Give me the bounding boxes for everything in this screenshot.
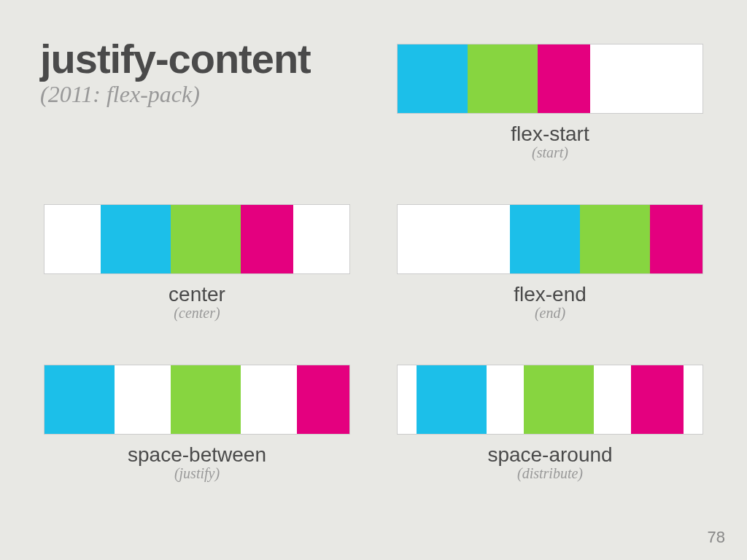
box-green xyxy=(171,365,241,434)
caption-alt: (start) xyxy=(397,144,703,161)
flex-container-around xyxy=(397,365,703,435)
flex-container-end xyxy=(397,204,703,274)
caption-label: center xyxy=(44,283,350,306)
slide: justify-content (2011: flex-pack) flex-s… xyxy=(0,0,747,560)
box-blue xyxy=(417,365,487,434)
box-green xyxy=(468,44,538,113)
caption: flex-start (start) xyxy=(397,122,703,161)
box-blue xyxy=(44,365,115,434)
caption-alt: (distribute) xyxy=(397,465,703,482)
example-flex-end: flex-end (end) xyxy=(397,204,703,322)
page-number: 78 xyxy=(708,528,725,547)
box-green xyxy=(524,365,594,434)
box-magenta xyxy=(631,365,684,434)
caption-label: space-around xyxy=(397,443,703,467)
box-magenta xyxy=(650,205,703,273)
caption: space-between (justify) xyxy=(44,443,350,482)
box-blue xyxy=(101,205,171,273)
box-magenta xyxy=(241,205,293,273)
caption-label: space-between xyxy=(44,443,350,467)
example-flex-start: flex-start (start) xyxy=(397,44,703,161)
caption-alt: (justify) xyxy=(44,465,350,482)
caption-label: flex-end xyxy=(397,283,703,306)
caption: space-around (distribute) xyxy=(397,443,703,482)
caption-alt: (center) xyxy=(44,305,350,322)
flex-container-between xyxy=(44,365,350,435)
caption-alt: (end) xyxy=(397,305,703,322)
flex-container-start xyxy=(397,44,703,114)
flex-container-center xyxy=(44,204,350,274)
box-blue xyxy=(398,44,468,113)
caption: center (center) xyxy=(44,283,350,322)
box-green xyxy=(171,205,241,273)
examples-grid: flex-start (start) center (center) xyxy=(0,0,747,560)
box-magenta xyxy=(538,44,590,113)
box-green xyxy=(580,205,650,273)
box-blue xyxy=(510,205,580,273)
example-space-around: space-around (distribute) xyxy=(397,365,703,482)
example-center: center (center) xyxy=(44,204,350,322)
example-space-between: space-between (justify) xyxy=(44,365,350,482)
box-magenta xyxy=(297,365,349,434)
caption-label: flex-start xyxy=(397,122,703,146)
caption: flex-end (end) xyxy=(397,283,703,322)
